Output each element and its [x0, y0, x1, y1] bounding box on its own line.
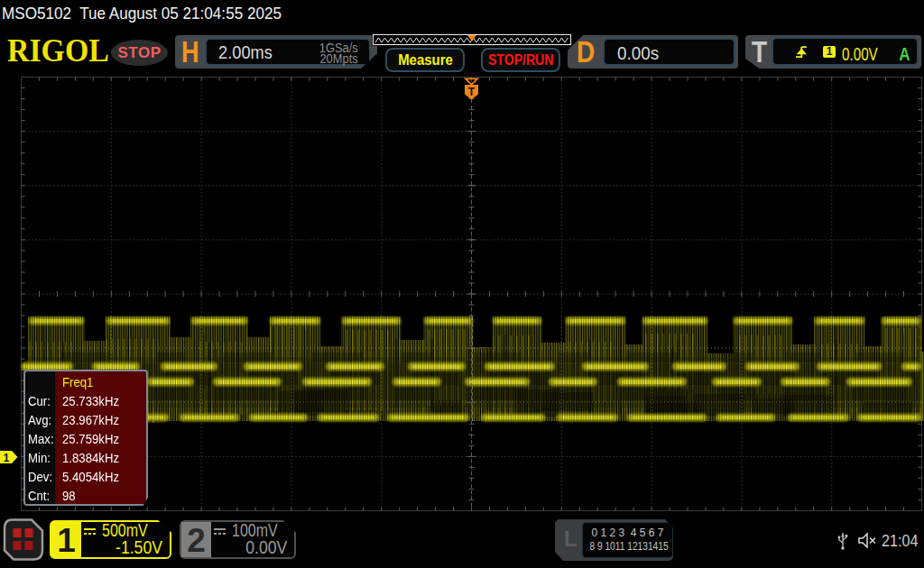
svg-text:T: T — [468, 86, 476, 98]
svg-text:1: 1 — [4, 452, 10, 464]
